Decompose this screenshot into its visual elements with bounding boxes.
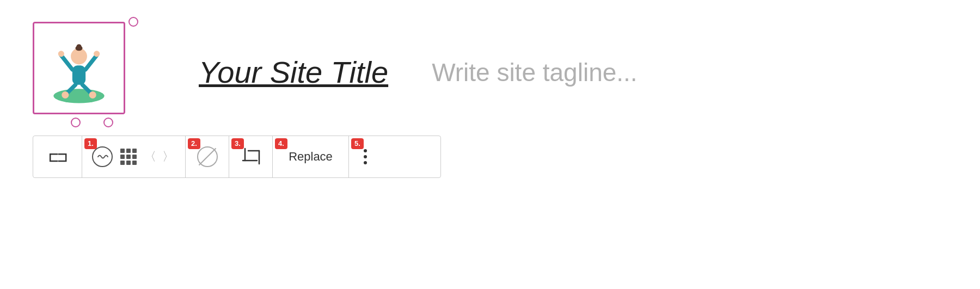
svg-point-0 — [53, 89, 104, 103]
replace-cell[interactable]: 4. Replace — [273, 136, 349, 177]
badge-4: 4. — [275, 138, 287, 149]
resize-handle-top-right[interactable] — [128, 17, 138, 27]
logo-wrapper[interactable] — [33, 22, 133, 122]
more-cell[interactable]: 5. — [349, 136, 382, 177]
crop-icon[interactable] — [241, 146, 261, 167]
toolbar: ⊏⊐ 1. 〈 〉 2. — [33, 136, 441, 178]
top-section: Your Site Title Write site tagline... — [33, 22, 638, 122]
site-tagline[interactable]: Write site tagline... — [432, 58, 638, 87]
yoga-figure — [44, 30, 114, 106]
no-icon-cell[interactable]: 2. — [186, 136, 229, 177]
svg-line-6 — [85, 56, 97, 70]
wave-icon[interactable] — [92, 146, 113, 167]
badge-3: 3. — [231, 138, 244, 149]
svg-point-8 — [94, 51, 100, 57]
svg-line-5 — [61, 56, 72, 70]
main-container: Your Site Title Write site tagline... ⊏⊐… — [33, 22, 638, 178]
site-title[interactable]: Your Site Title — [199, 54, 388, 90]
badge-5: 5. — [351, 138, 364, 149]
svg-point-11 — [62, 91, 69, 99]
crop-cell[interactable]: 3. — [229, 136, 273, 177]
svg-point-12 — [89, 91, 96, 99]
text-area: Your Site Title Write site tagline... — [199, 54, 638, 90]
svg-point-4 — [76, 44, 81, 49]
more-icon[interactable] — [364, 149, 367, 164]
replace-label: Replace — [289, 150, 333, 164]
svg-point-7 — [58, 51, 64, 57]
badge-2: 2. — [188, 138, 200, 149]
style-controls-cell[interactable]: 1. 〈 〉 — [82, 136, 186, 177]
logo-box[interactable] — [33, 22, 125, 114]
resize-icon: ⊏⊐ — [48, 147, 66, 167]
svg-rect-1 — [72, 65, 85, 84]
resize-handle-bot-center[interactable] — [103, 118, 113, 127]
resize-cell[interactable]: ⊏⊐ — [33, 136, 82, 177]
chevrons-icon[interactable]: 〈 〉 — [144, 149, 175, 165]
resize-handle-bot-left[interactable] — [71, 118, 81, 127]
grid-icon[interactable] — [120, 149, 137, 165]
badge-1: 1. — [84, 138, 97, 149]
no-icon[interactable] — [197, 146, 218, 167]
